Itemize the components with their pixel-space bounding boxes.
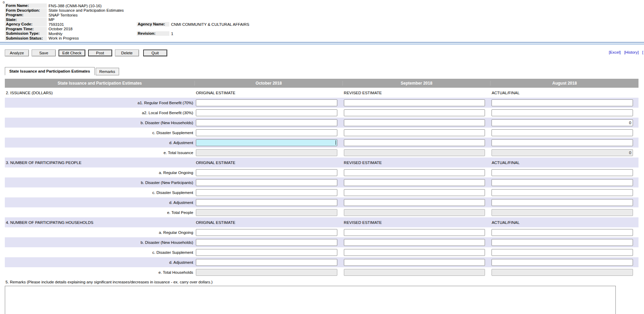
edit-check-button[interactable]: Edit Check (59, 50, 85, 56)
history-link[interactable]: [History] (624, 50, 638, 54)
estimate-input[interactable] (344, 179, 485, 186)
estimate-input[interactable] (196, 169, 337, 176)
estimate-input[interactable] (196, 239, 337, 246)
estimate-cell (195, 189, 343, 196)
save-button[interactable]: Save (32, 50, 56, 56)
estimate-input[interactable] (344, 119, 485, 126)
estimate-input[interactable] (196, 119, 337, 126)
estimate-cell (195, 239, 343, 246)
estimate-input[interactable] (492, 139, 633, 146)
estimate-input[interactable] (196, 99, 337, 106)
column-subheader: ORIGINAL ESTIMATE (195, 91, 343, 95)
estimate-input[interactable] (492, 179, 633, 186)
estimate-input[interactable] (344, 189, 485, 196)
meta-label: Program Time: (5, 27, 47, 31)
estimate-input[interactable] (196, 229, 337, 236)
grid-header-october: October 2018 (195, 81, 343, 86)
estimate-row: e. Total People (5, 207, 638, 217)
estimate-input[interactable] (344, 99, 485, 106)
estimate-input[interactable] (344, 239, 485, 246)
estimate-input[interactable] (344, 249, 485, 256)
excel-link[interactable]: [Excel] (609, 50, 621, 54)
meta-row-state: State: MP (5, 18, 638, 22)
estimate-input[interactable] (196, 189, 337, 196)
estimate-cell (195, 149, 343, 156)
estimate-input (492, 149, 633, 156)
estimate-input[interactable] (492, 229, 633, 236)
estimate-cell (343, 269, 491, 276)
tab-remarks[interactable]: Remarks (96, 68, 119, 75)
estimate-cell (343, 249, 491, 256)
estimate-input[interactable] (196, 259, 337, 266)
clipped-link[interactable]: [ (642, 50, 643, 54)
estimate-input[interactable] (492, 239, 633, 246)
row-label: a2. Local Food Benefit (30%) (5, 111, 195, 115)
estimate-cell (343, 259, 491, 266)
analyze-button[interactable]: Analyze (5, 50, 29, 56)
estimate-input[interactable] (492, 99, 633, 106)
estimate-input[interactable] (344, 129, 485, 136)
estimate-input[interactable] (344, 199, 485, 206)
estimate-cell (343, 149, 491, 156)
grid-header-row: State Issuance and Participation Estimat… (5, 79, 638, 88)
section-title: 2. ISSUANCE (DOLLARS) (5, 91, 195, 95)
estimate-input[interactable] (196, 199, 337, 206)
estimate-cell (490, 239, 638, 246)
post-button[interactable]: Post (88, 50, 112, 56)
estimate-input[interactable] (492, 129, 633, 136)
column-subheader: ACTUAL/FINAL (490, 220, 638, 225)
meta-row-submission-status: Submission Status: Work in Progress (5, 36, 638, 41)
estimate-input[interactable] (344, 229, 485, 236)
estimate-cell (343, 129, 491, 136)
estimate-cell (490, 169, 638, 176)
meta-label: State: (5, 18, 47, 22)
estimate-cell (490, 139, 638, 146)
estimate-cell (195, 269, 343, 276)
column-subheader: REVISED ESTIMATE (343, 220, 491, 225)
estimate-input[interactable] (344, 259, 485, 266)
delete-button[interactable]: Delete (115, 50, 139, 56)
estimate-cell (490, 229, 638, 236)
estimate-row: a1. Regular Food Benefit (70%) (5, 98, 638, 108)
estimate-input[interactable] (492, 249, 633, 256)
estimate-row: a. Regular Ongoing (5, 167, 638, 177)
estimate-cell (490, 249, 638, 256)
estimate-cell (195, 249, 343, 256)
estimate-input[interactable] (492, 119, 633, 126)
estimate-cell (195, 209, 343, 216)
estimate-cell (195, 169, 343, 176)
estimate-input[interactable] (196, 109, 337, 116)
row-label: c. Disaster Supplement (5, 191, 195, 195)
grid-header-september: September 2018 (343, 81, 491, 86)
quit-button[interactable]: Quit (143, 50, 167, 56)
estimate-cell (343, 139, 491, 146)
estimate-input[interactable] (196, 249, 337, 256)
tab-estimates[interactable]: State Issuance and Participation Estimat… (5, 67, 95, 75)
estimate-input[interactable] (492, 259, 633, 266)
estimate-input[interactable] (344, 139, 485, 146)
estimate-cell (490, 99, 638, 106)
estimate-cell (195, 119, 343, 126)
estimate-input[interactable] (492, 109, 633, 116)
estimate-input[interactable] (344, 109, 485, 116)
estimate-input[interactable] (492, 169, 633, 176)
estimate-cell (490, 179, 638, 186)
estimate-input[interactable] (492, 199, 633, 206)
row-label: e. Total Issuance (5, 151, 195, 155)
estimate-input[interactable] (492, 189, 633, 196)
estimate-row: b. Disaster (New Households) (5, 237, 638, 247)
remarks-label: 5. Remarks (Please include details expla… (6, 280, 638, 284)
row-label: e. Total Households (5, 270, 195, 274)
estimate-cell (343, 179, 491, 186)
estimate-input[interactable] (196, 129, 337, 136)
estimate-input[interactable] (196, 139, 337, 146)
meta-row-program: Program: SNAP Territories (5, 13, 638, 18)
estimate-input (492, 269, 633, 276)
remarks-textarea[interactable] (5, 286, 616, 314)
estimate-input[interactable] (196, 179, 337, 186)
meta-value: Work in Progress (47, 36, 79, 40)
row-label: b. Disaster (New Households) (5, 121, 195, 125)
row-label: e. Total People (5, 210, 195, 215)
estimate-input[interactable] (344, 169, 485, 176)
estimate-cell (343, 209, 491, 216)
